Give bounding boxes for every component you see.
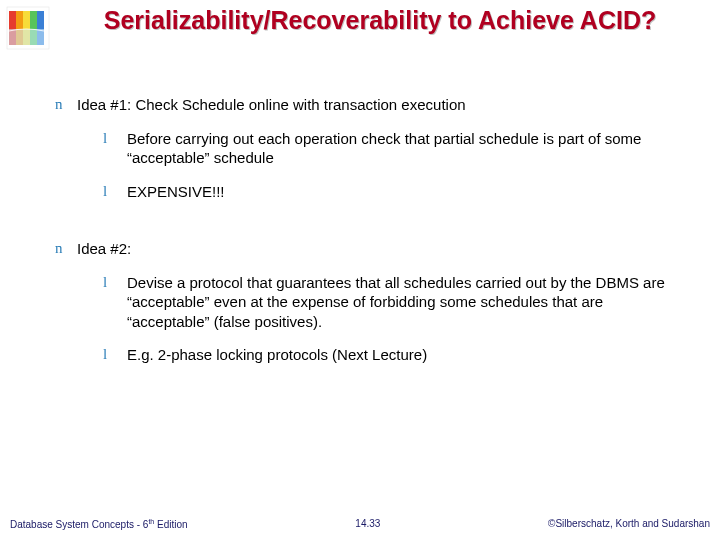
list-item: l Before carrying out each operation che… bbox=[103, 129, 685, 168]
slide-title: Serializability/Recoverability to Achiev… bbox=[60, 6, 700, 35]
footer-left: Database System Concepts - 6th Edition bbox=[10, 518, 188, 530]
slide-body: n Idea #1: Check Schedule online with tr… bbox=[55, 95, 685, 403]
bullet-l-icon: l bbox=[103, 182, 127, 202]
bullet-l-icon: l bbox=[103, 273, 127, 293]
list-item: l Devise a protocol that guarantees that… bbox=[103, 273, 685, 332]
slide-footer: Database System Concepts - 6th Edition 1… bbox=[0, 518, 720, 530]
list-item: l EXPENSIVE!!! bbox=[103, 182, 685, 202]
idea-heading: Idea #2: bbox=[77, 239, 685, 259]
point-text: EXPENSIVE!!! bbox=[127, 182, 685, 202]
bullet-l-icon: l bbox=[103, 345, 127, 365]
footer-left-prefix: Database System Concepts - 6 bbox=[10, 519, 148, 530]
point-text: E.g. 2-phase locking protocols (Next Lec… bbox=[127, 345, 685, 365]
sublist: l Before carrying out each operation che… bbox=[103, 129, 685, 202]
bullet-l-icon: l bbox=[103, 129, 127, 149]
footer-left-suffix: Edition bbox=[154, 519, 187, 530]
point-text: Devise a protocol that guarantees that a… bbox=[127, 273, 685, 332]
footer-right: ©Silberschatz, Korth and Sudarshan bbox=[548, 518, 710, 530]
list-item: l E.g. 2-phase locking protocols (Next L… bbox=[103, 345, 685, 365]
idea-block: n Idea #1: Check Schedule online with tr… bbox=[55, 95, 685, 201]
idea-block: n Idea #2: l Devise a protocol that guar… bbox=[55, 239, 685, 365]
bullet-n-icon: n bbox=[55, 95, 77, 115]
svg-rect-6 bbox=[9, 29, 44, 45]
bullet-n-icon: n bbox=[55, 239, 77, 259]
slide: Serializability/Recoverability to Achiev… bbox=[0, 0, 720, 540]
point-text: Before carrying out each operation check… bbox=[127, 129, 685, 168]
list-item: n Idea #1: Check Schedule online with tr… bbox=[55, 95, 685, 115]
list-item: n Idea #2: bbox=[55, 239, 685, 259]
sublist: l Devise a protocol that guarantees that… bbox=[103, 273, 685, 365]
idea-heading: Idea #1: Check Schedule online with tran… bbox=[77, 95, 685, 115]
footer-center: 14.33 bbox=[355, 518, 380, 530]
book-logo bbox=[6, 6, 50, 50]
